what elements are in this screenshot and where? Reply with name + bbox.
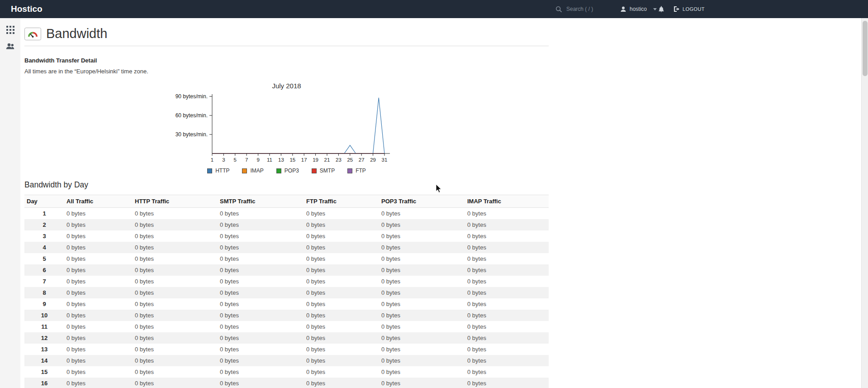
- chevron-down-icon: [653, 8, 657, 10]
- chart-canvas: 90 bytes/min.60 bytes/min.30 bytes/min.1…: [169, 92, 404, 165]
- day-cell: 16: [24, 378, 64, 388]
- bandwidth-by-day-title: Bandwidth by Day: [24, 180, 549, 190]
- traffic-cell: 0 bytes: [218, 378, 304, 388]
- sidebar-item-users[interactable]: [0, 38, 20, 54]
- traffic-cell: 0 bytes: [379, 366, 465, 378]
- traffic-cell: 0 bytes: [218, 298, 304, 310]
- day-cell: 14: [24, 355, 64, 366]
- traffic-cell: 0 bytes: [304, 219, 379, 230]
- section-title: Bandwidth Transfer Detail: [24, 57, 549, 64]
- traffic-cell: 0 bytes: [379, 276, 465, 287]
- traffic-cell: 0 bytes: [304, 242, 379, 253]
- legend-swatch: [276, 168, 281, 173]
- traffic-cell: 0 bytes: [304, 276, 379, 287]
- scrollbar-thumb[interactable]: [863, 21, 868, 76]
- traffic-cell: 0 bytes: [379, 264, 465, 276]
- user-name: hostico: [630, 6, 647, 12]
- traffic-cell: 0 bytes: [64, 298, 133, 310]
- vertical-scrollbar[interactable]: [861, 18, 868, 388]
- traffic-cell: 0 bytes: [465, 230, 549, 242]
- traffic-cell: 0 bytes: [379, 219, 465, 230]
- table-row: 50 bytes0 bytes0 bytes0 bytes0 bytes0 by…: [24, 253, 549, 264]
- traffic-cell: 0 bytes: [304, 332, 379, 344]
- traffic-cell: 0 bytes: [218, 253, 304, 264]
- traffic-cell: 0 bytes: [465, 366, 549, 378]
- bandwidth-table: Day All Traffic HTTP Traffic SMTP Traffi…: [24, 195, 549, 388]
- traffic-cell: 0 bytes: [64, 253, 133, 264]
- brand-logo[interactable]: Hostico: [11, 4, 43, 14]
- traffic-cell: 0 bytes: [133, 242, 218, 253]
- traffic-cell: 0 bytes: [465, 219, 549, 230]
- traffic-cell: 0 bytes: [133, 310, 218, 321]
- svg-text:3: 3: [222, 157, 225, 163]
- traffic-cell: 0 bytes: [218, 332, 304, 344]
- traffic-cell: 0 bytes: [133, 230, 218, 242]
- day-cell: 7: [24, 276, 64, 287]
- traffic-cell: 0 bytes: [304, 298, 379, 310]
- traffic-cell: 0 bytes: [465, 355, 549, 366]
- svg-text:15: 15: [289, 157, 295, 163]
- traffic-cell: 0 bytes: [465, 332, 549, 344]
- traffic-cell: 0 bytes: [304, 344, 379, 355]
- legend-item-http: HTTP: [207, 168, 229, 174]
- topbar: Hostico Search ( / ) hostico LOGOUT: [0, 0, 868, 18]
- chart-title: July 2018: [160, 82, 413, 90]
- traffic-cell: 0 bytes: [64, 378, 133, 388]
- traffic-cell: 0 bytes: [379, 287, 465, 298]
- traffic-cell: 0 bytes: [133, 219, 218, 230]
- legend-label: POP3: [285, 168, 299, 174]
- traffic-cell: 0 bytes: [64, 219, 133, 230]
- sidebar-item-apps[interactable]: [0, 22, 20, 38]
- traffic-cell: 0 bytes: [133, 253, 218, 264]
- traffic-cell: 0 bytes: [64, 276, 133, 287]
- user-menu[interactable]: hostico: [620, 0, 657, 18]
- table-row: 30 bytes0 bytes0 bytes0 bytes0 bytes0 by…: [24, 230, 549, 242]
- page-header: Bandwidth: [24, 26, 549, 41]
- traffic-cell: 0 bytes: [465, 298, 549, 310]
- users-icon: [5, 43, 15, 50]
- traffic-cell: 0 bytes: [465, 242, 549, 253]
- svg-text:23: 23: [336, 157, 342, 163]
- traffic-cell: 0 bytes: [304, 230, 379, 242]
- traffic-cell: 0 bytes: [218, 366, 304, 378]
- logout-icon: [673, 6, 680, 12]
- table-row: 10 bytes0 bytes0 bytes0 bytes0 bytes0 by…: [24, 208, 549, 220]
- traffic-cell: 0 bytes: [465, 344, 549, 355]
- svg-text:90 bytes/min.: 90 bytes/min.: [175, 93, 207, 100]
- column-header-imap-traffic: IMAP Traffic: [465, 195, 549, 208]
- traffic-cell: 0 bytes: [218, 276, 304, 287]
- legend-label: FTP: [356, 168, 366, 174]
- logout-button[interactable]: LOGOUT: [673, 0, 705, 18]
- day-cell: 12: [24, 332, 64, 344]
- traffic-cell: 0 bytes: [133, 208, 218, 220]
- traffic-cell: 0 bytes: [133, 332, 218, 344]
- column-header-all-traffic: All Traffic: [64, 195, 133, 208]
- table-row: 40 bytes0 bytes0 bytes0 bytes0 bytes0 by…: [24, 242, 549, 253]
- legend-swatch: [347, 168, 352, 173]
- svg-text:1: 1: [210, 157, 213, 163]
- traffic-cell: 0 bytes: [133, 355, 218, 366]
- traffic-cell: 0 bytes: [133, 264, 218, 276]
- legend-label: SMTP: [320, 168, 335, 174]
- table-row: 130 bytes0 bytes0 bytes0 bytes0 bytes0 b…: [24, 344, 549, 355]
- column-header-http-traffic: HTTP Traffic: [133, 195, 218, 208]
- day-cell: 5: [24, 253, 64, 264]
- notifications-button[interactable]: [657, 0, 666, 18]
- day-cell: 3: [24, 230, 64, 242]
- table-body: 10 bytes0 bytes0 bytes0 bytes0 bytes0 by…: [24, 208, 549, 388]
- traffic-cell: 0 bytes: [465, 310, 549, 321]
- legend-swatch: [242, 168, 247, 173]
- traffic-cell: 0 bytes: [218, 219, 304, 230]
- bell-icon: [657, 5, 666, 13]
- legend-item-imap: IMAP: [242, 168, 263, 174]
- svg-text:31: 31: [381, 157, 387, 163]
- traffic-cell: 0 bytes: [64, 332, 133, 344]
- traffic-cell: 0 bytes: [304, 355, 379, 366]
- search-box[interactable]: Search ( / ): [555, 0, 619, 18]
- day-cell: 13: [24, 344, 64, 355]
- svg-text:7: 7: [245, 157, 247, 163]
- day-cell: 6: [24, 264, 64, 276]
- traffic-cell: 0 bytes: [465, 264, 549, 276]
- traffic-cell: 0 bytes: [304, 287, 379, 298]
- traffic-cell: 0 bytes: [465, 253, 549, 264]
